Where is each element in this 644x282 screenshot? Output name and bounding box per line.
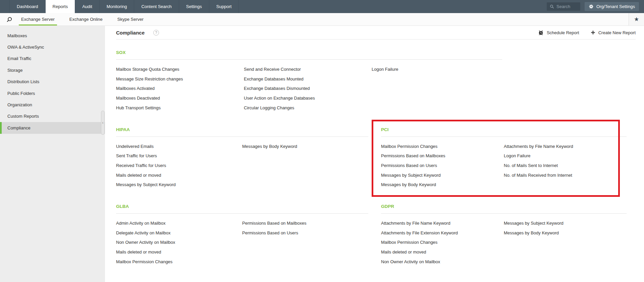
report-link[interactable]: Messages by Subject Keyword (116, 180, 242, 190)
report-link[interactable]: Message Size Restriction changes (116, 74, 244, 84)
sidebar-item-label: Distribution Lists (7, 79, 39, 84)
topnav-right-tools: Org/Tenant Settings (547, 0, 644, 13)
report-link[interactable]: Mails deleted or moved (116, 171, 242, 180)
favorites-button[interactable]: ★ (629, 13, 644, 25)
section-divider (116, 59, 502, 60)
report-link[interactable]: Mailboxes Deactivated (116, 94, 244, 103)
report-link[interactable]: Non Owner Activity on Mailbox (381, 257, 504, 267)
report-link[interactable]: Permissions Based on Users (381, 161, 504, 171)
report-link[interactable]: Circular Logging Changes (244, 103, 372, 113)
subnav-tab[interactable]: Exchange Online (67, 13, 105, 25)
report-link[interactable]: Messages by Subject Keyword (381, 171, 504, 180)
report-search-button[interactable] (0, 13, 19, 25)
gear-icon (589, 4, 594, 9)
topnav-tab-label: Settings (186, 4, 202, 9)
content-layout: Mailboxes OWA & ActiveSync Email Traffic… (0, 26, 644, 282)
report-link[interactable]: Undelivered Emails (116, 142, 242, 152)
sidebar-item-label: Email Traffic (7, 56, 31, 61)
report-link[interactable]: No. of Mails Sent to Internet (504, 161, 627, 171)
compliance-section: SOX Mailbox Storage Quota ChangesMessage… (116, 50, 502, 113)
report-link[interactable]: Mailbox Permission Changes (381, 142, 504, 152)
report-link[interactable]: Sent Traffic for Users (116, 151, 242, 161)
topnav-tab[interactable]: Dashboard (9, 0, 45, 13)
sidebar-collapse-handle[interactable]: ‹ (101, 111, 105, 135)
sidebar-item[interactable]: Mailboxes (0, 30, 105, 41)
report-link-column: Admin Activity on MailboxDelegate Activi… (116, 219, 242, 267)
sidebar-item[interactable]: Distribution Lists (0, 76, 105, 88)
create-new-report-button[interactable]: Create New Report (591, 30, 636, 36)
alarm-clock-icon (538, 30, 544, 36)
report-link[interactable]: No. of Mails Received from Internet (504, 171, 627, 180)
compliance-section: PCI Mailbox Permission ChangesPermission… (381, 127, 627, 190)
report-link[interactable]: Non Owner Activity on Mailbox (116, 238, 242, 247)
topnav-tab-label: Monitoring (107, 4, 127, 9)
report-link[interactable]: Permissions Based on Users (242, 228, 368, 238)
topnav-tab-label: Dashboard (17, 4, 38, 9)
report-link-column: Mailbox Storage Quota ChangesMessage Siz… (116, 65, 244, 113)
report-link-columns: Mailbox Permission ChangesPermissions Ba… (381, 142, 627, 190)
topnav-tab[interactable]: Reports (45, 0, 75, 13)
report-link[interactable]: Received Traffic for Users (116, 161, 242, 171)
report-link-column: Messages by Body Keyword (242, 142, 368, 190)
search-input[interactable] (556, 4, 577, 9)
report-link[interactable]: Mailboxes Activated (116, 84, 244, 94)
sidebar-item[interactable]: Email Traffic (0, 53, 105, 64)
help-icon[interactable]: ? (153, 30, 159, 36)
sidebar-item[interactable]: Storage (0, 64, 105, 76)
compliance-section: HIPAA Undelivered EmailsSent Traffic for… (116, 127, 368, 190)
report-link[interactable]: Mailbox Permission Changes (116, 257, 242, 267)
subnav-tab[interactable]: Exchange Server (19, 13, 57, 25)
section-divider (116, 213, 368, 214)
report-link[interactable]: Attachments by File Name Keyword (504, 142, 627, 152)
org-tenant-settings-button[interactable]: Org/Tenant Settings (585, 2, 639, 11)
topnav-tab[interactable]: Support (209, 0, 239, 13)
report-link[interactable]: Messages by Body Keyword (381, 180, 504, 190)
topnav-tab-label: Content Search (141, 4, 171, 9)
topnav-tab[interactable]: Content Search (134, 0, 178, 13)
topnav-tab[interactable]: Monitoring (99, 0, 134, 13)
section-title: GDPR (381, 204, 627, 209)
star-icon: ★ (634, 16, 639, 23)
report-link[interactable]: Mailbox Permission Changes (381, 238, 504, 247)
report-link-columns: Admin Activity on MailboxDelegate Activi… (116, 219, 368, 267)
report-link[interactable]: Mails deleted or moved (381, 247, 504, 257)
report-link[interactable]: Messages by Subject Keyword (504, 219, 627, 228)
report-link-columns: Attachments by File Name KeywordAttachme… (381, 219, 627, 267)
report-link-column: Send and Receive ConnectorExchange Datab… (244, 65, 372, 113)
report-link[interactable]: Delegate Activity on Mailbox (116, 228, 242, 238)
report-link[interactable]: Mailbox Storage Quota Changes (116, 65, 244, 74)
schedule-report-button[interactable]: Schedule Report (538, 30, 579, 36)
sidebar-item-label: Public Folders (7, 91, 35, 96)
section-title: PCI (381, 127, 627, 132)
report-link[interactable]: Permissions Based on Mailboxes (242, 219, 368, 228)
sidebar-item[interactable]: Custom Reports (0, 111, 105, 122)
topnav-tab[interactable]: Audit (75, 0, 99, 13)
sidebar-item[interactable]: Organization (0, 99, 105, 110)
report-link[interactable]: Logon Failure (504, 151, 627, 161)
report-link[interactable]: Permissions Based on Mailboxes (381, 151, 504, 161)
report-link[interactable]: User Action on Exchange Databases (244, 94, 372, 103)
report-link[interactable]: Exchange Databases Dismounted (244, 84, 372, 94)
sidebar-item[interactable]: Public Folders (0, 88, 105, 99)
report-link[interactable]: Logon Failure (372, 65, 499, 74)
report-link[interactable]: Attachments by File Extension Keyword (381, 228, 504, 238)
topnav-tab[interactable]: Settings (179, 0, 209, 13)
report-link[interactable]: Send and Receive Connector (244, 65, 372, 74)
sidebar-item[interactable]: Compliance (0, 122, 105, 133)
report-link[interactable]: Exchange Databases Mounted (244, 74, 372, 84)
global-search-box[interactable] (547, 2, 580, 11)
subnav-tab[interactable]: Skype Server (115, 13, 146, 25)
report-link-column: Permissions Based on MailboxesPermission… (242, 219, 368, 267)
report-link[interactable]: Mails deleted or moved (116, 247, 242, 257)
report-link[interactable]: Attachments by File Name Keyword (381, 219, 504, 228)
report-link[interactable]: Messages by Body Keyword (504, 228, 627, 238)
report-link[interactable]: Messages by Body Keyword (242, 142, 368, 152)
report-link-columns: Mailbox Storage Quota ChangesMessage Siz… (116, 65, 502, 113)
report-link-column: Undelivered EmailsSent Traffic for Users… (116, 142, 242, 190)
topnav-tab-label: Reports (53, 4, 68, 9)
reports-sidebar: Mailboxes OWA & ActiveSync Email Traffic… (0, 26, 105, 282)
section-divider (116, 136, 368, 137)
sidebar-item[interactable]: OWA & ActiveSync (0, 41, 105, 53)
report-link[interactable]: Hub Transport Settings (116, 103, 244, 113)
report-link[interactable]: Admin Activity on Mailbox (116, 219, 242, 228)
